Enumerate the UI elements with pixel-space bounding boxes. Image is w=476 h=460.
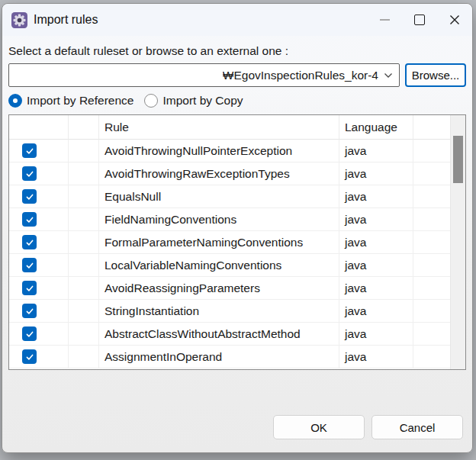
pmd-gear-icon — [11, 12, 27, 28]
close-button[interactable] — [437, 4, 472, 36]
table-row[interactable]: FieldNamingConventions java — [9, 208, 465, 231]
checkbox-cell — [9, 140, 69, 162]
table-row[interactable]: AvoidThrowingNullPointerException java — [9, 140, 465, 162]
spacer-cell — [69, 162, 99, 185]
import-rules-dialog: Import rules Select a default ruleset or… — [2, 3, 473, 453]
table-row[interactable]: AvoidThrowingRawExceptionTypes java — [9, 162, 465, 185]
checkbox-cell — [9, 208, 69, 231]
spacer-cell — [69, 185, 99, 208]
rule-name-cell: StringInstantiation — [99, 300, 339, 323]
language-cell: java — [339, 185, 413, 208]
language-cell: java — [339, 162, 413, 185]
table-row[interactable]: FormalParameterNamingConventions java — [9, 231, 465, 254]
rule-table-body: AvoidThrowingNullPointerException java A… — [9, 140, 465, 368]
rule-name-cell: FormalParameterNamingConventions — [99, 231, 339, 254]
table-row[interactable]: AssignmentInOperand java — [9, 346, 465, 368]
radio-import-by-copy-label: Import by Copy — [162, 94, 243, 108]
ruleset-combobox-value: ₩EgovInspectionRules_kor-4 — [223, 69, 378, 82]
table-row[interactable]: AbstractClassWithoutAbstractMethod java — [9, 323, 465, 346]
table-row[interactable]: StringInstantiation java — [9, 300, 465, 323]
vertical-scrollbar[interactable] — [450, 115, 465, 369]
language-cell: java — [339, 346, 413, 368]
radio-import-by-copy[interactable] — [144, 94, 158, 108]
spacer-cell — [69, 231, 99, 254]
language-cell: java — [339, 140, 413, 162]
spacer-cell — [69, 277, 99, 300]
header-checkbox-column — [9, 115, 69, 140]
rule-name-cell: AvoidThrowingNullPointerException — [99, 140, 339, 162]
rule-checkbox[interactable] — [22, 349, 37, 364]
minimize-icon — [380, 19, 390, 21]
checkbox-cell — [9, 185, 69, 208]
header-spacer-column — [69, 115, 99, 140]
maximize-icon — [414, 14, 425, 25]
rule-checkbox[interactable] — [22, 304, 37, 318]
language-cell: java — [339, 254, 413, 277]
rule-checkbox[interactable] — [22, 327, 37, 341]
check-icon — [25, 307, 34, 316]
rule-name-cell: AssignmentInOperand — [99, 346, 339, 368]
rules-table: Rule Language AvoidThrowingNullPointerEx… — [8, 114, 466, 370]
checkbox-cell — [9, 323, 69, 346]
rule-name-cell: AbstractClassWithoutAbstractMethod — [99, 323, 339, 346]
rule-checkbox[interactable] — [22, 166, 37, 181]
language-cell: java — [339, 208, 413, 231]
rule-name-cell: AvoidThrowingRawExceptionTypes — [99, 162, 339, 185]
title-bar[interactable]: Import rules — [2, 4, 472, 36]
check-icon — [25, 330, 34, 339]
ruleset-combobox[interactable]: ₩EgovInspectionRules_kor-4 — [8, 63, 400, 87]
language-cell: java — [339, 323, 413, 346]
cancel-button[interactable]: Cancel — [371, 415, 463, 439]
table-row[interactable]: LocalVariableNamingConventions java — [9, 254, 465, 277]
check-icon — [25, 261, 34, 270]
table-row[interactable]: AvoidReassigningParameters java — [9, 277, 465, 300]
rule-checkbox[interactable] — [22, 212, 37, 227]
spacer-cell — [69, 346, 99, 368]
chevron-down-icon — [384, 72, 393, 79]
language-cell: java — [339, 300, 413, 323]
checkbox-cell — [9, 300, 69, 323]
window-title: Import rules — [34, 13, 98, 27]
rules-table-header: Rule Language — [9, 115, 465, 140]
rule-name-cell: EqualsNull — [99, 185, 339, 208]
radio-import-by-reference-label: Import by Reference — [27, 94, 133, 108]
check-icon — [25, 238, 34, 247]
rule-name-cell: LocalVariableNamingConventions — [99, 254, 339, 277]
header-rule-column: Rule — [99, 115, 339, 140]
checkbox-cell — [9, 254, 69, 277]
checkbox-cell — [9, 277, 69, 300]
check-icon — [25, 215, 34, 224]
radio-import-by-reference[interactable] — [8, 94, 22, 108]
rule-name-cell: FieldNamingConventions — [99, 208, 339, 231]
check-icon — [25, 146, 34, 156]
ruleset-select-label: Select a default ruleset or browse to an… — [8, 43, 466, 59]
check-icon — [25, 284, 34, 293]
scrollbar-thumb[interactable] — [453, 136, 463, 183]
ok-button[interactable]: OK — [273, 415, 365, 439]
spacer-cell — [69, 254, 99, 277]
rule-checkbox[interactable] — [22, 281, 37, 295]
check-icon — [25, 192, 34, 201]
language-cell: java — [339, 231, 413, 254]
maximize-button[interactable] — [402, 4, 437, 36]
rule-checkbox[interactable] — [22, 235, 37, 249]
checkbox-cell — [9, 231, 69, 254]
rule-checkbox[interactable] — [22, 258, 37, 272]
rule-name-cell: AvoidReassigningParameters — [99, 277, 339, 300]
checkbox-cell — [9, 162, 69, 185]
check-icon — [25, 169, 34, 179]
check-icon — [25, 352, 34, 362]
rule-checkbox[interactable] — [22, 189, 37, 204]
language-cell: java — [339, 277, 413, 300]
header-language-column: Language — [339, 115, 413, 140]
screen-background: Import rules Select a default ruleset or… — [0, 0, 476, 460]
table-row[interactable]: EqualsNull java — [9, 185, 465, 208]
spacer-cell — [69, 140, 99, 162]
rule-checkbox[interactable] — [22, 143, 37, 158]
browse-button[interactable]: Browse... — [405, 63, 466, 87]
close-icon — [449, 14, 461, 26]
minimize-button — [367, 4, 402, 36]
spacer-cell — [69, 208, 99, 231]
spacer-cell — [69, 300, 99, 323]
checkbox-cell — [9, 346, 69, 368]
